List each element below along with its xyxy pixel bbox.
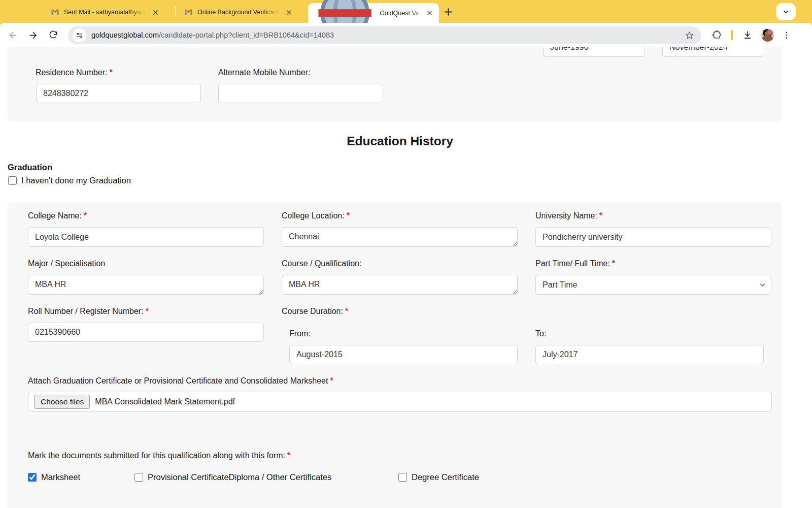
candidate-portal-page: Residence Number:* Alternate Mobile Numb… xyxy=(0,47,812,508)
choose-files-button[interactable]: Choose files xyxy=(35,395,90,409)
residence-number-label: Residence Number:* xyxy=(36,68,113,77)
required-asterisk: * xyxy=(330,376,333,385)
attach-certificate-label: Attach Graduation Certificate or Provisi… xyxy=(28,376,333,386)
close-icon[interactable] xyxy=(425,9,434,17)
course-duration-label: Course Duration:* xyxy=(282,307,348,316)
address-bar[interactable]: goldquestglobal.com/candidate-portal.php… xyxy=(68,26,701,44)
graduation-section-title: Graduation xyxy=(8,163,52,172)
part-time-select-wrap: Part Time xyxy=(535,275,771,295)
close-icon[interactable] xyxy=(151,8,160,17)
tab-sent-mail[interactable]: Sent Mail - sathyamalathysou xyxy=(51,5,171,20)
new-tab-button[interactable] xyxy=(443,6,454,17)
bookmark-star-icon[interactable] xyxy=(682,28,696,42)
back-button[interactable] xyxy=(4,26,21,44)
file-upload-field[interactable]: Choose files MBA Consolidated Mark State… xyxy=(28,392,772,412)
forward-button[interactable] xyxy=(24,26,42,44)
downloads-icon[interactable] xyxy=(739,27,756,43)
close-icon[interactable] xyxy=(285,8,293,17)
provisional-certificate-checkbox[interactable] xyxy=(134,473,143,482)
college-name-input[interactable] xyxy=(28,227,264,247)
reload-button[interactable] xyxy=(45,26,62,44)
tab-title: Online Background Verificatio xyxy=(197,9,281,16)
part-time-select[interactable]: Part Time xyxy=(535,275,771,295)
required-asterisk: * xyxy=(345,307,348,315)
education-history-heading: Education History xyxy=(0,134,800,148)
course-textarea[interactable]: MBA HR xyxy=(282,275,518,295)
theme-divider xyxy=(731,30,733,40)
skip-graduation-label: I haven't done my Graduation xyxy=(21,176,131,185)
required-asterisk: * xyxy=(599,211,602,220)
browser-window: Sent Mail - sathyamalathysou Online Back… xyxy=(0,0,812,508)
provisional-checkbox-row: Provisional CertificateDiploma / Other C… xyxy=(134,472,331,482)
provisional-certificate-label: Provisional CertificateDiploma / Other C… xyxy=(148,472,331,482)
duration-from-input[interactable] xyxy=(289,345,518,364)
url-text: goldquestglobal.com/candidate-portal.php… xyxy=(91,31,682,39)
duration-from-label: From: xyxy=(289,329,311,338)
course-label: Course / Qualification: xyxy=(282,259,361,268)
url-path: /candidate-portal.php?client_id=BRB1064&… xyxy=(159,31,334,39)
university-name-label: University Name:* xyxy=(535,211,602,220)
degree-certificate-checkbox-row: Degree Certificate xyxy=(398,472,479,482)
documents-submitted-label: Mark the documents submitted for this qu… xyxy=(28,451,290,460)
required-asterisk: * xyxy=(287,451,290,460)
tab-separator xyxy=(175,7,176,16)
duration-to-input[interactable] xyxy=(535,345,764,364)
roll-number-input[interactable] xyxy=(28,323,264,342)
college-name-label: College Name:* xyxy=(28,211,87,220)
marksheet-checkbox-row: Marksheet xyxy=(28,472,80,482)
marksheet-label: Marksheet xyxy=(41,472,80,482)
site-info-icon[interactable] xyxy=(73,28,86,42)
required-asterisk: * xyxy=(109,68,112,77)
browser-toolbar: goldquestglobal.com/candidate-portal.php… xyxy=(0,23,812,47)
roll-number-label: Roll Number / Register Number:* xyxy=(28,307,149,316)
skip-graduation-checkbox[interactable] xyxy=(8,176,17,185)
required-asterisk: * xyxy=(347,211,350,220)
skip-graduation-checkbox-row: I haven't done my Graduation xyxy=(8,176,131,185)
clipped-date-from-input[interactable] xyxy=(543,47,645,57)
college-location-label: College Location:* xyxy=(282,211,350,220)
tab-search-button[interactable] xyxy=(776,3,796,20)
tab-strip: Sent Mail - sathyamalathysou Online Back… xyxy=(0,0,812,23)
required-asterisk: * xyxy=(612,259,615,268)
alternate-mobile-input[interactable] xyxy=(218,84,383,103)
browser-chrome: Sent Mail - sathyamalathysou Online Back… xyxy=(0,0,812,47)
duration-to-label: To: xyxy=(535,329,546,338)
browser-menu-icon[interactable] xyxy=(779,27,795,43)
profile-avatar[interactable] xyxy=(761,28,774,42)
extensions-icon[interactable] xyxy=(708,27,725,43)
tab-title: GoldQuest Verification Tracki xyxy=(380,10,421,17)
major-textarea[interactable]: MBA HR xyxy=(28,275,264,295)
tab-background-verification[interactable]: Online Background Verificatio xyxy=(184,5,304,20)
clipped-date-to-input[interactable] xyxy=(662,47,764,57)
part-time-label: Part Time/ Full Time:* xyxy=(535,259,615,268)
chevron-down-icon xyxy=(783,9,789,15)
college-location-textarea[interactable]: Chennai xyxy=(282,227,518,247)
residence-number-input[interactable] xyxy=(36,84,201,103)
gmail-icon xyxy=(51,8,59,17)
major-label: Major / Specialisation xyxy=(28,259,105,268)
required-asterisk: * xyxy=(84,211,87,220)
degree-certificate-label: Degree Certificate xyxy=(412,472,479,482)
degree-certificate-checkbox[interactable] xyxy=(398,473,407,482)
tab-title: Sent Mail - sathyamalathysou xyxy=(64,9,147,16)
university-name-input[interactable] xyxy=(535,227,771,247)
tab-goldquest-active[interactable]: GoldQuest Verification Tracki xyxy=(308,3,439,23)
marksheet-checkbox[interactable] xyxy=(28,473,37,482)
url-host: goldquestglobal.com xyxy=(91,31,159,39)
uploaded-filename: MBA Consolidated Mark Statement.pdf xyxy=(95,397,235,406)
required-asterisk: * xyxy=(146,307,149,315)
gmail-icon xyxy=(184,8,193,17)
alternate-mobile-label: Alternate Mobile Number: xyxy=(218,68,310,77)
